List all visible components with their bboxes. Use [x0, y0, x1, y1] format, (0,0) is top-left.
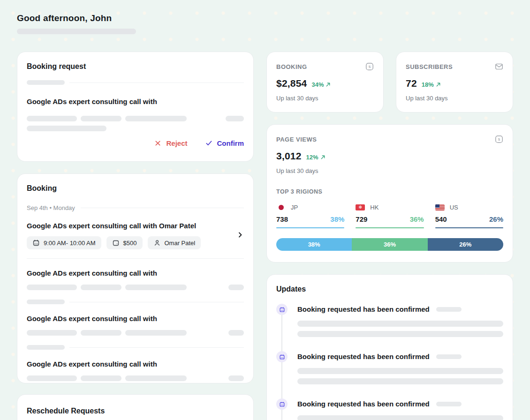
booking-date-label: Sep 4th • Monday: [27, 204, 75, 211]
subscribers-stat-card: SUBSCRIBERS 72 18%: [396, 52, 513, 112]
dollar-square-icon: s: [365, 62, 374, 71]
regions-stacked-bar: 38% 36% 26%: [276, 238, 503, 251]
trend-up-icon: [436, 82, 441, 87]
mail-icon: [495, 62, 503, 71]
booking-item-title: Google ADs expert consulting call with O…: [27, 222, 233, 230]
person-chip-label: Omar Patel: [165, 240, 196, 247]
divider: [69, 347, 244, 348]
region-underline: [276, 227, 344, 228]
updates-card: Updates Booking requested has been confi…: [266, 274, 513, 420]
trend-up-icon: [326, 82, 331, 87]
calendar-icon: [32, 239, 40, 247]
confirm-button[interactable]: Confirm: [205, 139, 244, 147]
calendar-icon: [276, 304, 288, 315]
update-text: Booking requested has been confirmed: [297, 352, 430, 360]
calendar-icon: [276, 351, 288, 362]
booking-item-skeleton: Google ADs expert consulting call with: [27, 269, 244, 304]
region-code: US: [450, 204, 458, 211]
region-underline: [356, 227, 424, 228]
page-views-value: 3,012: [276, 150, 302, 162]
skeleton-pill: [27, 375, 77, 381]
divider: [69, 82, 244, 83]
reschedule-requests-card: Reschedule Requests: [17, 394, 254, 420]
skeleton-pill: [436, 354, 462, 359]
region-value: 540: [435, 215, 447, 223]
skeleton-pill: [27, 80, 65, 85]
subscribers-stat-caption: Up last 30 days: [406, 95, 503, 102]
chevron-right-icon[interactable]: [236, 231, 244, 240]
skeleton-pill: [27, 345, 65, 350]
booking-stat-value: $2,854: [276, 78, 307, 89]
booking-title: Booking: [27, 184, 244, 193]
skeleton-pill: [228, 285, 244, 290]
confirm-label: Confirm: [217, 139, 244, 147]
skeleton-bar: [297, 378, 503, 384]
skeleton-pill: [27, 116, 77, 121]
top-regions-label: TOP 3 RIGIONS: [276, 188, 503, 195]
booking-item-title: Google ADs expert consulting call with: [27, 315, 244, 322]
dashboard-page: Good afternoon, John Booking request Goo…: [0, 0, 530, 420]
page-views-card: PAGE VIEWS s 3,012 12% Up last 30 days: [266, 124, 513, 262]
time-chip-label: 9:00 AM- 10:00 AM: [44, 240, 96, 247]
header-skeleton: [17, 29, 136, 34]
subscribers-stat-label: SUBSCRIBERS: [406, 63, 453, 70]
bar-segment-hk: 36%: [352, 238, 427, 251]
skeleton-pill: [125, 375, 187, 381]
region-value: 729: [356, 215, 367, 223]
booking-card: Booking Sep 4th • Monday Google ADs expe…: [17, 173, 254, 383]
subscribers-stat-value: 72: [406, 78, 417, 89]
reject-button[interactable]: Reject: [154, 139, 187, 147]
booking-item-skeleton: Google ADs expert consulting call with: [27, 360, 244, 381]
region-jp: JP 738 38%: [276, 204, 344, 228]
skeleton-pill: [226, 116, 244, 121]
update-item: Booking requested has been confirmed: [276, 398, 503, 420]
region-us: US 540 26%: [435, 204, 503, 228]
update-text: Booking requested has been confirmed: [297, 305, 430, 313]
skeleton-pill: [125, 116, 187, 121]
skeleton-pill: [436, 307, 462, 312]
region-code: JP: [291, 204, 298, 211]
page-views-delta: 12%: [306, 154, 326, 161]
skeleton-bar: [297, 331, 503, 337]
booking-stat-card: BOOKING s $2,854 34%: [266, 52, 384, 112]
skeleton-pill: [81, 285, 121, 290]
jp-flag-icon: [276, 204, 286, 210]
skeleton-pill: [27, 285, 77, 290]
x-icon: [154, 140, 161, 147]
check-icon: [205, 140, 212, 147]
booking-item[interactable]: Google ADs expert consulting call with O…: [27, 222, 244, 259]
booking-stat-label: BOOKING: [276, 63, 307, 70]
region-hk: ✻ HK 729 36%: [356, 204, 424, 228]
person-chip: Omar Patel: [148, 236, 201, 249]
skeleton-pill: [27, 300, 65, 304]
skeleton-bar: [297, 321, 503, 327]
updates-title: Updates: [276, 285, 503, 293]
skeleton-bar: [297, 368, 503, 374]
skeleton-pill: [125, 285, 187, 290]
booking-item-skeleton: Google ADs expert consulting call with: [27, 315, 244, 350]
skeleton-pill: [228, 375, 244, 381]
us-flag-icon: [435, 204, 445, 210]
skeleton-pill: [81, 375, 121, 381]
skeleton-bar: [297, 415, 503, 420]
booking-stat-caption: Up last 30 days: [276, 95, 374, 102]
region-value: 738: [276, 215, 288, 223]
skeleton-pill: [81, 330, 121, 336]
page-views-label: PAGE VIEWS: [276, 136, 317, 143]
wallet-icon: [112, 239, 120, 247]
bar-segment-us: 26%: [428, 238, 503, 251]
greeting-title: Good afternoon, John: [17, 13, 513, 23]
booking-stat-delta: 34%: [311, 81, 331, 88]
calendar-icon: [276, 398, 288, 410]
skeleton-pill: [81, 116, 121, 121]
person-icon: [153, 239, 161, 247]
booking-request-card: Booking request Google ADs expert consul…: [17, 52, 254, 162]
skeleton-pill: [228, 330, 244, 336]
booking-item-title: Google ADs expert consulting call with: [27, 360, 244, 368]
region-code: HK: [370, 204, 379, 211]
update-text: Booking requested has been confirmed: [297, 400, 430, 408]
region-percent: 38%: [330, 215, 344, 223]
skeleton-pill: [125, 330, 187, 336]
subscribers-stat-delta: 18%: [422, 81, 441, 88]
skeleton-pill: [27, 126, 106, 131]
